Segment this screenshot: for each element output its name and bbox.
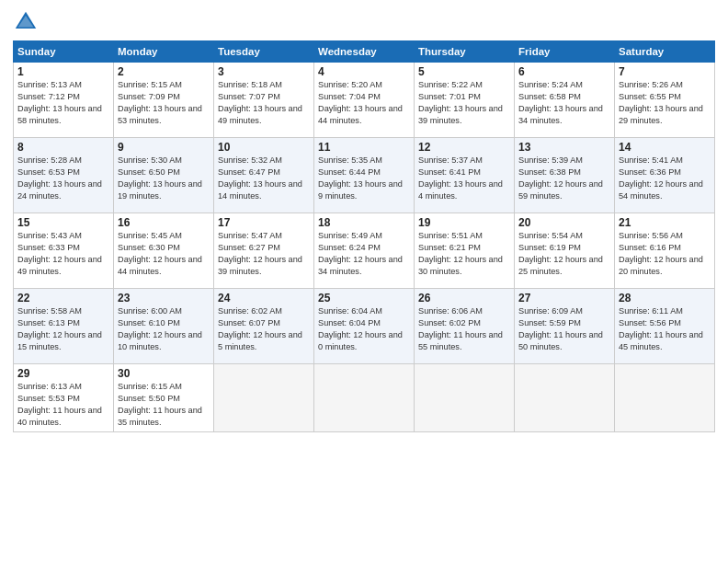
day-number: 19 bbox=[418, 216, 510, 229]
day-number: 16 bbox=[118, 216, 210, 229]
day-info: Sunrise: 5:20 AMSunset: 7:04 PMDaylight:… bbox=[318, 79, 410, 127]
day-number: 23 bbox=[118, 292, 210, 304]
table-row: 3Sunrise: 5:18 AMSunset: 7:07 PMDaylight… bbox=[214, 63, 314, 138]
day-number: 12 bbox=[418, 141, 510, 154]
table-row: 9Sunrise: 5:30 AMSunset: 6:50 PMDaylight… bbox=[114, 138, 214, 213]
table-row: 29Sunrise: 6:13 AMSunset: 5:53 PMDayligh… bbox=[14, 364, 114, 432]
page: SundayMondayTuesdayWednesdayThursdayFrid… bbox=[0, 0, 728, 563]
table-row: 2Sunrise: 5:15 AMSunset: 7:09 PMDaylight… bbox=[114, 63, 214, 138]
table-row: 26Sunrise: 6:06 AMSunset: 6:02 PMDayligh… bbox=[415, 289, 515, 364]
table-row bbox=[415, 364, 515, 432]
day-number: 3 bbox=[218, 65, 310, 78]
col-header-saturday: Saturday bbox=[615, 41, 715, 63]
day-info: Sunrise: 6:15 AMSunset: 5:50 PMDaylight:… bbox=[118, 381, 210, 429]
table-row: 20Sunrise: 5:54 AMSunset: 6:19 PMDayligh… bbox=[515, 213, 615, 289]
day-info: Sunrise: 5:41 AMSunset: 6:36 PMDaylight:… bbox=[619, 155, 711, 202]
day-info: Sunrise: 5:37 AMSunset: 6:41 PMDaylight:… bbox=[418, 155, 510, 202]
day-number: 2 bbox=[118, 65, 210, 78]
day-number: 29 bbox=[17, 367, 109, 380]
day-info: Sunrise: 5:35 AMSunset: 6:44 PMDaylight:… bbox=[318, 155, 410, 202]
table-row: 28Sunrise: 6:11 AMSunset: 5:56 PMDayligh… bbox=[615, 289, 715, 364]
table-row: 5Sunrise: 5:22 AMSunset: 7:01 PMDaylight… bbox=[415, 63, 515, 138]
day-number: 6 bbox=[518, 65, 610, 78]
col-header-tuesday: Tuesday bbox=[214, 41, 314, 63]
day-number: 14 bbox=[619, 141, 711, 154]
day-info: Sunrise: 5:51 AMSunset: 6:21 PMDaylight:… bbox=[418, 230, 510, 278]
table-row: 14Sunrise: 5:41 AMSunset: 6:36 PMDayligh… bbox=[615, 138, 715, 213]
table-row: 7Sunrise: 5:26 AMSunset: 6:55 PMDaylight… bbox=[615, 63, 715, 138]
col-header-friday: Friday bbox=[515, 41, 615, 63]
table-row: 16Sunrise: 5:45 AMSunset: 6:30 PMDayligh… bbox=[114, 213, 214, 289]
day-number: 25 bbox=[318, 292, 410, 304]
day-number: 4 bbox=[318, 65, 410, 78]
day-info: Sunrise: 5:49 AMSunset: 6:24 PMDaylight:… bbox=[318, 230, 410, 278]
day-number: 24 bbox=[218, 292, 310, 304]
day-number: 9 bbox=[118, 141, 210, 154]
day-number: 5 bbox=[418, 65, 510, 78]
day-info: Sunrise: 5:18 AMSunset: 7:07 PMDaylight:… bbox=[218, 79, 310, 127]
table-row: 30Sunrise: 6:15 AMSunset: 5:50 PMDayligh… bbox=[114, 364, 214, 432]
table-row: 18Sunrise: 5:49 AMSunset: 6:24 PMDayligh… bbox=[314, 213, 415, 289]
header bbox=[13, 9, 715, 35]
day-info: Sunrise: 6:11 AMSunset: 5:56 PMDaylight:… bbox=[619, 305, 711, 353]
day-number: 22 bbox=[17, 292, 109, 304]
day-number: 26 bbox=[418, 292, 510, 304]
day-info: Sunrise: 5:28 AMSunset: 6:53 PMDaylight:… bbox=[17, 155, 109, 202]
day-info: Sunrise: 5:15 AMSunset: 7:09 PMDaylight:… bbox=[118, 79, 210, 127]
table-row: 4Sunrise: 5:20 AMSunset: 7:04 PMDaylight… bbox=[314, 63, 415, 138]
col-header-monday: Monday bbox=[114, 41, 214, 63]
day-info: Sunrise: 5:56 AMSunset: 6:16 PMDaylight:… bbox=[619, 230, 711, 278]
day-info: Sunrise: 5:45 AMSunset: 6:30 PMDaylight:… bbox=[118, 230, 210, 278]
table-row bbox=[515, 364, 615, 432]
table-row bbox=[214, 364, 314, 432]
day-info: Sunrise: 5:43 AMSunset: 6:33 PMDaylight:… bbox=[17, 230, 109, 278]
table-row: 22Sunrise: 5:58 AMSunset: 6:13 PMDayligh… bbox=[14, 289, 114, 364]
table-row: 24Sunrise: 6:02 AMSunset: 6:07 PMDayligh… bbox=[214, 289, 314, 364]
day-number: 18 bbox=[318, 216, 410, 229]
day-info: Sunrise: 6:06 AMSunset: 6:02 PMDaylight:… bbox=[418, 305, 510, 353]
day-info: Sunrise: 5:26 AMSunset: 6:55 PMDaylight:… bbox=[619, 79, 711, 127]
table-row: 6Sunrise: 5:24 AMSunset: 6:58 PMDaylight… bbox=[515, 63, 615, 138]
day-info: Sunrise: 5:47 AMSunset: 6:27 PMDaylight:… bbox=[218, 230, 310, 278]
table-row: 19Sunrise: 5:51 AMSunset: 6:21 PMDayligh… bbox=[415, 213, 515, 289]
table-row: 13Sunrise: 5:39 AMSunset: 6:38 PMDayligh… bbox=[515, 138, 615, 213]
day-number: 27 bbox=[518, 292, 610, 304]
col-header-wednesday: Wednesday bbox=[314, 41, 415, 63]
day-info: Sunrise: 5:58 AMSunset: 6:13 PMDaylight:… bbox=[17, 305, 109, 353]
table-row: 8Sunrise: 5:28 AMSunset: 6:53 PMDaylight… bbox=[14, 138, 114, 213]
table-row: 1Sunrise: 5:13 AMSunset: 7:12 PMDaylight… bbox=[14, 63, 114, 138]
day-number: 7 bbox=[619, 65, 711, 78]
day-info: Sunrise: 6:04 AMSunset: 6:04 PMDaylight:… bbox=[318, 305, 410, 353]
day-number: 15 bbox=[17, 216, 109, 229]
table-row: 23Sunrise: 6:00 AMSunset: 6:10 PMDayligh… bbox=[114, 289, 214, 364]
day-number: 11 bbox=[318, 141, 410, 154]
logo-icon bbox=[13, 9, 39, 35]
day-info: Sunrise: 5:32 AMSunset: 6:47 PMDaylight:… bbox=[218, 155, 310, 202]
day-number: 28 bbox=[619, 292, 711, 304]
table-row: 17Sunrise: 5:47 AMSunset: 6:27 PMDayligh… bbox=[214, 213, 314, 289]
day-info: Sunrise: 6:00 AMSunset: 6:10 PMDaylight:… bbox=[118, 305, 210, 353]
table-row: 10Sunrise: 5:32 AMSunset: 6:47 PMDayligh… bbox=[214, 138, 314, 213]
day-number: 30 bbox=[118, 367, 210, 380]
day-info: Sunrise: 5:30 AMSunset: 6:50 PMDaylight:… bbox=[118, 155, 210, 202]
table-row: 21Sunrise: 5:56 AMSunset: 6:16 PMDayligh… bbox=[615, 213, 715, 289]
day-number: 13 bbox=[518, 141, 610, 154]
table-row: 15Sunrise: 5:43 AMSunset: 6:33 PMDayligh… bbox=[14, 213, 114, 289]
logo bbox=[13, 9, 42, 35]
day-info: Sunrise: 6:09 AMSunset: 5:59 PMDaylight:… bbox=[518, 305, 610, 353]
day-info: Sunrise: 6:02 AMSunset: 6:07 PMDaylight:… bbox=[218, 305, 310, 353]
day-info: Sunrise: 6:13 AMSunset: 5:53 PMDaylight:… bbox=[17, 381, 109, 429]
table-row bbox=[314, 364, 415, 432]
day-info: Sunrise: 5:13 AMSunset: 7:12 PMDaylight:… bbox=[17, 79, 109, 127]
day-number: 1 bbox=[17, 65, 109, 78]
day-info: Sunrise: 5:54 AMSunset: 6:19 PMDaylight:… bbox=[518, 230, 610, 278]
day-info: Sunrise: 5:24 AMSunset: 6:58 PMDaylight:… bbox=[518, 79, 610, 127]
table-row bbox=[615, 364, 715, 432]
day-number: 21 bbox=[619, 216, 711, 229]
col-header-thursday: Thursday bbox=[415, 41, 515, 63]
day-info: Sunrise: 5:22 AMSunset: 7:01 PMDaylight:… bbox=[418, 79, 510, 127]
day-info: Sunrise: 5:39 AMSunset: 6:38 PMDaylight:… bbox=[518, 155, 610, 202]
table-row: 12Sunrise: 5:37 AMSunset: 6:41 PMDayligh… bbox=[415, 138, 515, 213]
table-row: 25Sunrise: 6:04 AMSunset: 6:04 PMDayligh… bbox=[314, 289, 415, 364]
table-row: 27Sunrise: 6:09 AMSunset: 5:59 PMDayligh… bbox=[515, 289, 615, 364]
